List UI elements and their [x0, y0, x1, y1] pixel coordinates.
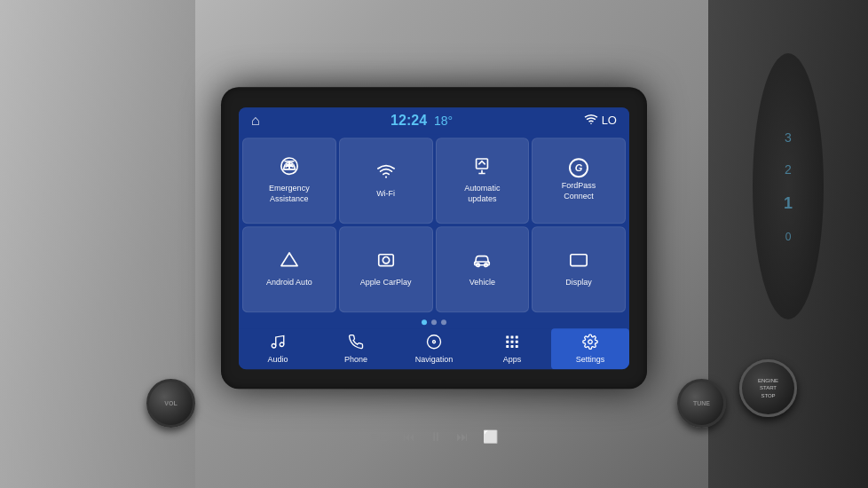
svg-rect-28 — [506, 344, 509, 347]
android-auto-cell[interactable]: Android Auto — [242, 226, 336, 312]
emergency-label: EmergencyAssistance — [269, 184, 310, 204]
nav-navigation[interactable]: Navigation — [395, 328, 473, 369]
temperature: 18° — [434, 114, 453, 128]
svg-rect-17 — [571, 254, 587, 265]
vehicle-icon — [472, 250, 492, 274]
svg-point-9 — [385, 176, 387, 177]
dot-3 — [441, 319, 446, 325]
svg-rect-22 — [506, 335, 509, 338]
audio-icon — [270, 334, 286, 353]
wifi-label: Wi-Fi — [376, 189, 395, 200]
svg-rect-30 — [516, 344, 518, 347]
volume-knob[interactable]: VOL — [146, 379, 195, 428]
svg-rect-24 — [516, 335, 518, 338]
dot-1 — [422, 319, 427, 325]
apps-icon — [504, 334, 520, 353]
dot-2 — [431, 319, 437, 325]
audio-label: Audio — [267, 355, 288, 364]
media-controls: ≡⊟ ⏮ ⏸ ⏭ ⬜ — [370, 429, 497, 444]
fordpass-icon: G — [569, 159, 588, 178]
header-bar: ⌂ 12:24 18° LO — [239, 107, 629, 134]
carplay-label: Apple CarPlay — [360, 278, 412, 288]
wifi-cell[interactable]: Wi-Fi — [339, 138, 433, 224]
svg-rect-27 — [516, 340, 518, 342]
android-auto-icon — [280, 250, 299, 274]
signal-label: LO — [602, 114, 617, 127]
tune-knob[interactable]: TUNE — [677, 379, 726, 428]
navigation-label: Navigation — [415, 355, 454, 364]
svg-rect-25 — [506, 340, 509, 342]
nav-phone[interactable]: Phone — [317, 328, 395, 369]
settings-label: Settings — [576, 355, 605, 364]
android-auto-label: Android Auto — [266, 278, 312, 288]
next-track-button[interactable]: ⏭ — [456, 429, 469, 444]
svg-point-20 — [428, 335, 441, 348]
settings-icon — [582, 334, 598, 353]
clock: 12:24 — [391, 113, 427, 129]
display-icon — [569, 250, 588, 274]
speedo-0: 0 — [785, 231, 792, 243]
emergency-icon — [280, 156, 299, 180]
page-dots — [239, 316, 629, 328]
engine-label: ENGINESTARTSTOP — [758, 377, 778, 399]
carplay-icon — [376, 250, 396, 274]
wifi-icon — [376, 161, 396, 185]
eq-icon[interactable]: ≡⊟ — [370, 429, 388, 444]
updates-cell[interactable]: Automaticupdates — [436, 138, 530, 224]
screen-icon[interactable]: ⬜ — [483, 429, 498, 444]
grid-row-2: Android Auto Apple CarPlay — [242, 226, 626, 312]
nav-apps[interactable]: Apps — [473, 328, 551, 369]
vol-label: VOL — [164, 400, 177, 406]
speedo-2: 2 — [785, 162, 792, 177]
navigation-icon — [426, 334, 442, 353]
svg-rect-12 — [378, 254, 393, 265]
vehicle-label: Vehicle — [470, 278, 495, 288]
svg-point-18 — [272, 343, 276, 348]
svg-rect-23 — [511, 335, 514, 338]
tune-label: TUNE — [693, 400, 710, 406]
speedometer: 3 2 1 0 — [753, 53, 824, 319]
svg-point-19 — [280, 342, 284, 346]
svg-rect-26 — [511, 340, 514, 342]
speedo-3: 3 — [785, 130, 792, 145]
emergency-assistance-cell[interactable]: EmergencyAssistance — [242, 138, 336, 224]
wifi-status-icon — [584, 114, 598, 127]
infotainment-screen: ⌂ 12:24 18° LO — [239, 107, 629, 369]
prev-track-button[interactable]: ⏮ — [403, 429, 415, 444]
fordpass-g-icon: G — [569, 159, 588, 178]
phone-label: Phone — [344, 355, 367, 364]
updates-label: Automaticupdates — [464, 184, 500, 204]
vehicle-cell[interactable]: Vehicle — [436, 226, 530, 312]
speedo-1: 1 — [784, 194, 793, 213]
display-label: Display — [565, 278, 592, 288]
svg-marker-11 — [281, 253, 297, 266]
svg-point-31 — [588, 339, 593, 343]
svg-point-21 — [433, 340, 436, 342]
fordpass-cell[interactable]: G FordPassConnect — [532, 138, 626, 224]
svg-point-0 — [590, 122, 592, 124]
main-grid: EmergencyAssistance Wi-Fi — [239, 134, 629, 316]
engine-start-button[interactable]: ENGINESTARTSTOP — [739, 359, 797, 417]
svg-rect-29 — [511, 344, 514, 347]
updates-icon — [472, 156, 492, 180]
apps-label: Apps — [503, 355, 522, 364]
car-dashboard: ⌂ 12:24 18° LO — [0, 0, 868, 488]
fordpass-label: FordPassConnect — [562, 182, 596, 202]
header-center: 12:24 18° — [391, 113, 453, 129]
play-pause-button[interactable]: ⏸ — [430, 429, 442, 444]
header-right: LO — [584, 114, 617, 127]
carplay-cell[interactable]: Apple CarPlay — [339, 226, 433, 312]
grid-row-1: EmergencyAssistance Wi-Fi — [242, 138, 626, 224]
svg-point-13 — [383, 256, 389, 263]
bottom-nav: Audio Phone — [239, 328, 629, 369]
home-icon[interactable]: ⌂ — [251, 113, 260, 129]
phone-icon — [348, 334, 364, 353]
nav-audio[interactable]: Audio — [239, 328, 317, 369]
screen-surround: ⌂ 12:24 18° LO — [221, 87, 647, 389]
display-cell[interactable]: Display — [532, 226, 626, 312]
nav-settings[interactable]: Settings — [551, 328, 629, 369]
